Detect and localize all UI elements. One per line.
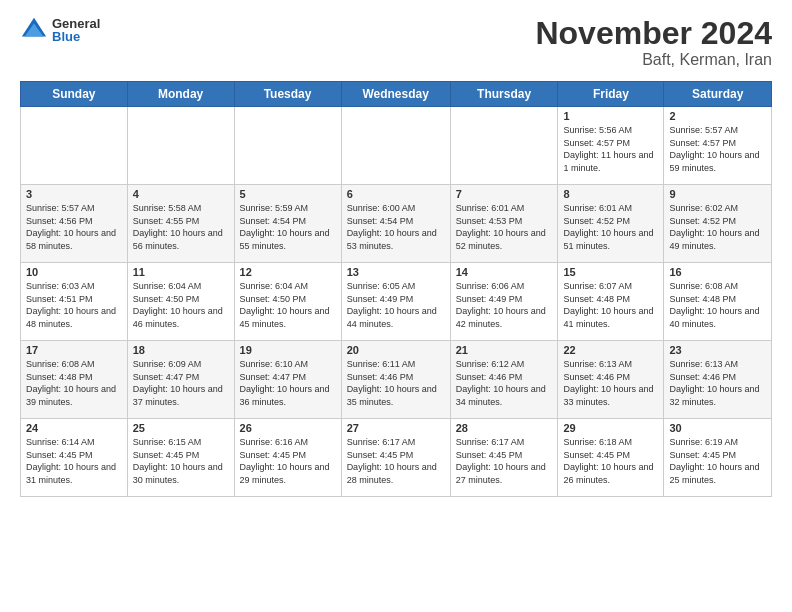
calendar-cell: 28Sunrise: 6:17 AM Sunset: 4:45 PM Dayli… [450, 419, 558, 497]
day-number: 8 [563, 188, 658, 200]
day-info: Sunrise: 5:56 AM Sunset: 4:57 PM Dayligh… [563, 124, 658, 174]
day-number: 30 [669, 422, 766, 434]
day-info: Sunrise: 6:08 AM Sunset: 4:48 PM Dayligh… [26, 358, 122, 408]
day-number: 21 [456, 344, 553, 356]
day-number: 5 [240, 188, 336, 200]
day-number: 4 [133, 188, 229, 200]
calendar-week-5: 24Sunrise: 6:14 AM Sunset: 4:45 PM Dayli… [21, 419, 772, 497]
calendar-cell: 6Sunrise: 6:00 AM Sunset: 4:54 PM Daylig… [341, 185, 450, 263]
day-info: Sunrise: 6:12 AM Sunset: 4:46 PM Dayligh… [456, 358, 553, 408]
day-info: Sunrise: 5:59 AM Sunset: 4:54 PM Dayligh… [240, 202, 336, 252]
calendar-cell: 27Sunrise: 6:17 AM Sunset: 4:45 PM Dayli… [341, 419, 450, 497]
calendar-cell: 9Sunrise: 6:02 AM Sunset: 4:52 PM Daylig… [664, 185, 772, 263]
day-number: 15 [563, 266, 658, 278]
logo-text: General Blue [52, 17, 100, 43]
day-info: Sunrise: 6:08 AM Sunset: 4:48 PM Dayligh… [669, 280, 766, 330]
calendar-cell: 30Sunrise: 6:19 AM Sunset: 4:45 PM Dayli… [664, 419, 772, 497]
day-number: 16 [669, 266, 766, 278]
logo-icon [20, 16, 48, 44]
calendar-cell: 29Sunrise: 6:18 AM Sunset: 4:45 PM Dayli… [558, 419, 664, 497]
calendar-cell: 20Sunrise: 6:11 AM Sunset: 4:46 PM Dayli… [341, 341, 450, 419]
day-number: 3 [26, 188, 122, 200]
calendar-cell [234, 107, 341, 185]
day-number: 27 [347, 422, 445, 434]
day-info: Sunrise: 6:15 AM Sunset: 4:45 PM Dayligh… [133, 436, 229, 486]
day-info: Sunrise: 6:14 AM Sunset: 4:45 PM Dayligh… [26, 436, 122, 486]
main-title: November 2024 [535, 16, 772, 51]
calendar-week-4: 17Sunrise: 6:08 AM Sunset: 4:48 PM Dayli… [21, 341, 772, 419]
day-info: Sunrise: 6:13 AM Sunset: 4:46 PM Dayligh… [669, 358, 766, 408]
calendar-cell: 16Sunrise: 6:08 AM Sunset: 4:48 PM Dayli… [664, 263, 772, 341]
day-info: Sunrise: 6:04 AM Sunset: 4:50 PM Dayligh… [133, 280, 229, 330]
day-number: 2 [669, 110, 766, 122]
calendar-cell [341, 107, 450, 185]
logo: General Blue [20, 16, 100, 44]
calendar-cell: 18Sunrise: 6:09 AM Sunset: 4:47 PM Dayli… [127, 341, 234, 419]
day-info: Sunrise: 6:02 AM Sunset: 4:52 PM Dayligh… [669, 202, 766, 252]
day-number: 18 [133, 344, 229, 356]
day-info: Sunrise: 6:18 AM Sunset: 4:45 PM Dayligh… [563, 436, 658, 486]
calendar-cell: 19Sunrise: 6:10 AM Sunset: 4:47 PM Dayli… [234, 341, 341, 419]
day-number: 7 [456, 188, 553, 200]
calendar-cell: 4Sunrise: 5:58 AM Sunset: 4:55 PM Daylig… [127, 185, 234, 263]
day-info: Sunrise: 6:07 AM Sunset: 4:48 PM Dayligh… [563, 280, 658, 330]
day-number: 10 [26, 266, 122, 278]
day-info: Sunrise: 6:05 AM Sunset: 4:49 PM Dayligh… [347, 280, 445, 330]
calendar-cell: 12Sunrise: 6:04 AM Sunset: 4:50 PM Dayli… [234, 263, 341, 341]
day-number: 6 [347, 188, 445, 200]
day-number: 17 [26, 344, 122, 356]
calendar-cell: 15Sunrise: 6:07 AM Sunset: 4:48 PM Dayli… [558, 263, 664, 341]
day-info: Sunrise: 5:57 AM Sunset: 4:56 PM Dayligh… [26, 202, 122, 252]
day-number: 14 [456, 266, 553, 278]
day-info: Sunrise: 5:57 AM Sunset: 4:57 PM Dayligh… [669, 124, 766, 174]
calendar-cell: 24Sunrise: 6:14 AM Sunset: 4:45 PM Dayli… [21, 419, 128, 497]
calendar-week-3: 10Sunrise: 6:03 AM Sunset: 4:51 PM Dayli… [21, 263, 772, 341]
calendar-week-1: 1Sunrise: 5:56 AM Sunset: 4:57 PM Daylig… [21, 107, 772, 185]
calendar-cell: 26Sunrise: 6:16 AM Sunset: 4:45 PM Dayli… [234, 419, 341, 497]
day-info: Sunrise: 6:01 AM Sunset: 4:52 PM Dayligh… [563, 202, 658, 252]
calendar-header-row: SundayMondayTuesdayWednesdayThursdayFrid… [21, 82, 772, 107]
day-header-friday: Friday [558, 82, 664, 107]
day-number: 24 [26, 422, 122, 434]
calendar-cell: 21Sunrise: 6:12 AM Sunset: 4:46 PM Dayli… [450, 341, 558, 419]
calendar-cell: 5Sunrise: 5:59 AM Sunset: 4:54 PM Daylig… [234, 185, 341, 263]
day-info: Sunrise: 5:58 AM Sunset: 4:55 PM Dayligh… [133, 202, 229, 252]
page: General Blue November 2024 Baft, Kerman,… [0, 0, 792, 612]
day-info: Sunrise: 6:03 AM Sunset: 4:51 PM Dayligh… [26, 280, 122, 330]
calendar-cell [21, 107, 128, 185]
calendar-week-2: 3Sunrise: 5:57 AM Sunset: 4:56 PM Daylig… [21, 185, 772, 263]
calendar-cell: 8Sunrise: 6:01 AM Sunset: 4:52 PM Daylig… [558, 185, 664, 263]
day-header-saturday: Saturday [664, 82, 772, 107]
calendar-cell: 1Sunrise: 5:56 AM Sunset: 4:57 PM Daylig… [558, 107, 664, 185]
calendar-cell: 10Sunrise: 6:03 AM Sunset: 4:51 PM Dayli… [21, 263, 128, 341]
subtitle: Baft, Kerman, Iran [535, 51, 772, 69]
day-info: Sunrise: 6:04 AM Sunset: 4:50 PM Dayligh… [240, 280, 336, 330]
day-info: Sunrise: 6:01 AM Sunset: 4:53 PM Dayligh… [456, 202, 553, 252]
day-number: 19 [240, 344, 336, 356]
day-number: 11 [133, 266, 229, 278]
day-info: Sunrise: 6:17 AM Sunset: 4:45 PM Dayligh… [347, 436, 445, 486]
day-number: 13 [347, 266, 445, 278]
calendar-cell: 17Sunrise: 6:08 AM Sunset: 4:48 PM Dayli… [21, 341, 128, 419]
day-info: Sunrise: 6:06 AM Sunset: 4:49 PM Dayligh… [456, 280, 553, 330]
calendar-cell: 25Sunrise: 6:15 AM Sunset: 4:45 PM Dayli… [127, 419, 234, 497]
logo-blue-text: Blue [52, 30, 100, 43]
day-header-monday: Monday [127, 82, 234, 107]
calendar-cell [127, 107, 234, 185]
calendar-cell: 2Sunrise: 5:57 AM Sunset: 4:57 PM Daylig… [664, 107, 772, 185]
header: General Blue November 2024 Baft, Kerman,… [20, 16, 772, 69]
day-number: 23 [669, 344, 766, 356]
day-number: 20 [347, 344, 445, 356]
calendar-table: SundayMondayTuesdayWednesdayThursdayFrid… [20, 81, 772, 497]
day-header-wednesday: Wednesday [341, 82, 450, 107]
day-number: 28 [456, 422, 553, 434]
day-info: Sunrise: 6:09 AM Sunset: 4:47 PM Dayligh… [133, 358, 229, 408]
calendar-cell [450, 107, 558, 185]
title-section: November 2024 Baft, Kerman, Iran [535, 16, 772, 69]
day-number: 9 [669, 188, 766, 200]
day-info: Sunrise: 6:00 AM Sunset: 4:54 PM Dayligh… [347, 202, 445, 252]
day-header-sunday: Sunday [21, 82, 128, 107]
calendar-cell: 13Sunrise: 6:05 AM Sunset: 4:49 PM Dayli… [341, 263, 450, 341]
day-info: Sunrise: 6:17 AM Sunset: 4:45 PM Dayligh… [456, 436, 553, 486]
calendar-cell: 23Sunrise: 6:13 AM Sunset: 4:46 PM Dayli… [664, 341, 772, 419]
